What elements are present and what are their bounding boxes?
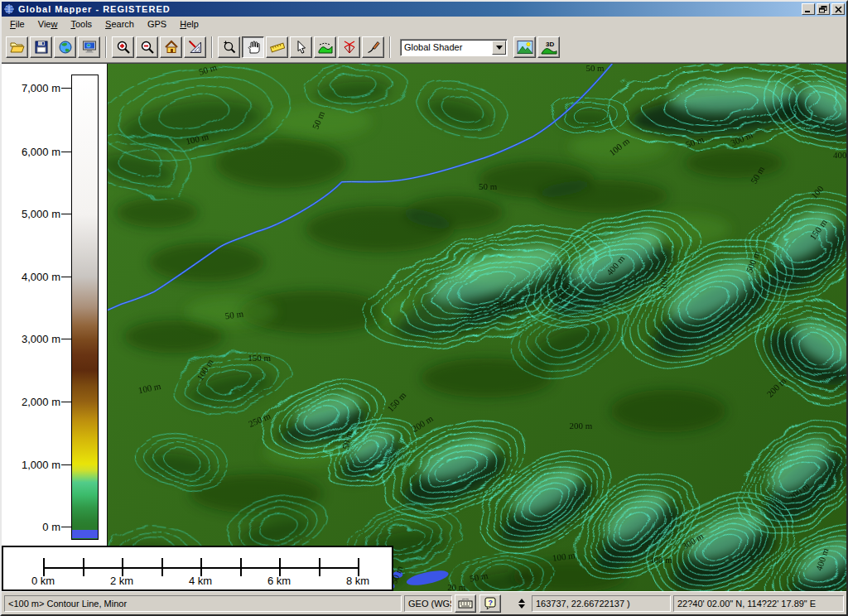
world-data-button[interactable] [54,36,76,58]
main-area: 50 m100 m50 m50 m50 m100 m300 m50 m40010… [2,63,846,591]
legend-label: 3,000 m [2,333,60,344]
zoom-to-scale-button[interactable] [184,36,206,58]
scale-label: 2 km [97,575,147,587]
digitizer-button[interactable] [362,36,384,58]
full-view-button[interactable] [160,36,182,58]
open-folder-icon [10,40,25,55]
chevron-down-icon[interactable] [492,41,506,55]
pen-icon [366,40,381,55]
screen-capture-button[interactable] [78,36,100,58]
legend-tick [61,214,71,214]
zoom-in-button[interactable] [112,36,134,58]
floppy-disk-icon [34,40,49,55]
gps-button[interactable] [338,36,360,58]
scale-tick [240,558,242,576]
status-bar: <100 m> Contour Line, Minor GEO (WGS84 ?… [2,591,846,614]
scale-tick [83,558,84,576]
open-file-button[interactable] [6,36,28,58]
elevation-legend: 7,000 m6,000 m5,000 m4,000 m3,000 m2,000… [2,64,108,546]
legend-label: 6,000 m [2,146,60,157]
menu-tools[interactable]: Tools [64,17,99,31]
contour-label: 50 m [479,181,498,191]
scale-tick [161,558,163,576]
lat-lon-panel: 22?40' 02.00" N, 114?22' 17.89" E [673,595,844,612]
restore-button[interactable] [817,3,830,15]
projection-panel: GEO (WGS84 [404,595,452,612]
legend-label: 1,000 m [2,459,60,470]
view-image-button[interactable] [513,36,536,58]
terrain-profile-icon [318,40,333,55]
zoom-out-button[interactable] [136,36,158,58]
legend-tick [61,88,71,89]
toolbar: Global Shader 3D [2,32,846,63]
keyboard-icon [458,599,473,609]
legend-tick [61,464,71,465]
home-icon [164,40,179,55]
contour-label: 400 m [649,555,672,565]
menu-help[interactable]: Help [173,17,205,31]
shader-selected-value: Global Shader [401,42,492,52]
pan-tool-button[interactable] [242,36,264,58]
view-3d-button[interactable]: 3D [537,36,560,58]
legend-tick [61,152,71,152]
scale-label: 4 km [176,575,225,587]
hand-icon [246,40,261,55]
arrow-cursor-icon [294,40,309,55]
restore-icon [819,6,827,13]
help-icon: ? [484,597,497,609]
elevation-color-bar [71,75,99,540]
legend-label: 7,000 m [2,82,60,94]
scale-tick [122,558,123,576]
title-bar[interactable]: Global Mapper - REGISTERED [2,2,846,17]
spinner-down-icon[interactable] [518,604,525,612]
shader-select[interactable]: Global Shader [400,39,508,56]
minimize-button[interactable] [802,3,815,15]
toolbar-separator [211,36,213,58]
spinner-up-icon[interactable] [518,595,525,603]
legend-label: 2,000 m [2,396,60,407]
menu-search[interactable]: Search [99,17,141,31]
app-icon [3,3,15,15]
save-button[interactable] [30,36,52,58]
menu-file[interactable]: File [3,17,31,31]
scale-tick [279,558,281,576]
gps-antenna-icon [342,40,357,55]
contour-label: 200 m [569,421,592,431]
contour-label: 400 [833,150,846,160]
cursor-coordinate-panel: 163737, 22.66722137 ) [532,595,671,612]
legend-tick [61,402,71,402]
measure-tool-button[interactable] [266,36,288,58]
close-button[interactable] [831,3,845,15]
contour-label: 50 m [585,64,605,73]
feature-info-button[interactable] [290,36,312,58]
sea-level-band [72,530,98,538]
monitor-globe-icon [82,40,97,55]
legend-tick [61,277,71,277]
scale-tick [319,558,320,576]
close-icon [835,6,842,13]
coordinate-format-spinner[interactable] [516,595,527,612]
legend-label: 5,000 m [2,208,60,219]
zoom-tool-button[interactable] [218,36,240,58]
magnifier-plus-icon [222,40,237,55]
legend-tick [61,339,71,339]
window-title: Global Mapper - REGISTERED [18,4,800,14]
svg-text:?: ? [488,599,493,607]
contour-label: 150 m [248,353,271,363]
help-button[interactable]: ? [479,594,501,613]
scale-label: 0 km [18,575,68,587]
zoom-out-icon [140,40,155,55]
keyboard-button[interactable] [455,594,476,613]
menu-gps[interactable]: GPS [141,17,173,31]
app-window: Global Mapper - REGISTERED File View Too… [0,0,848,616]
toolbar-separator [105,36,107,58]
ruler-icon [270,40,285,55]
scale-label: 6 km [254,575,304,587]
path-profile-button[interactable] [314,36,336,58]
menu-view[interactable]: View [31,17,65,31]
toolbar-separator [389,36,391,58]
terrain-map[interactable]: 50 m100 m50 m50 m50 m100 m300 m50 m40010… [108,64,846,591]
legend-tick [61,527,71,527]
map-viewport[interactable]: 50 m100 m50 m50 m50 m100 m300 m50 m40010… [108,64,846,591]
scale-bar: 0 km2 km4 km6 km8 km [2,546,393,591]
